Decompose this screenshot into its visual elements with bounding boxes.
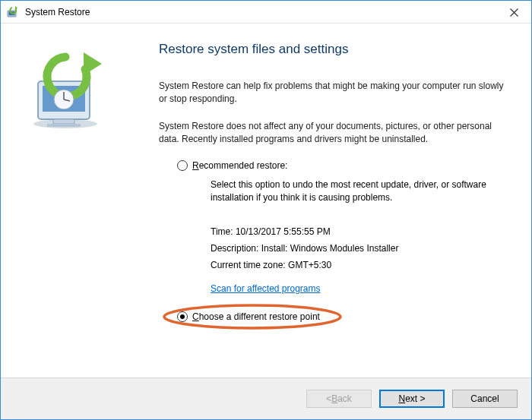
restore-details: Time: 10/13/2017 5:55:55 PM Description:… [211,224,508,297]
scan-affected-link[interactable]: Scan for affected programs [211,281,321,298]
cancel-button[interactable]: Cancel [452,390,518,408]
content-area: Restore system files and settings System… [1,24,531,377]
back-button: < Back [306,390,372,408]
main-panel: Restore system files and settings System… [136,24,531,377]
restore-hero-icon [23,45,114,136]
radio-recommended-restore[interactable]: Recommended restore: [177,160,508,171]
next-button[interactable]: Next > [379,390,445,408]
radio-icon-selected [177,311,188,322]
detail-timezone: Current time zone: GMT+5:30 [211,257,508,274]
svg-rect-6 [47,124,81,127]
intro-paragraph-2: System Restore does not affect any of yo… [159,120,508,147]
close-icon [510,8,518,17]
page-heading: Restore system files and settings [159,42,508,57]
window-title: System Restore [25,7,90,17]
options-group: Recommended restore: Select this option … [177,160,508,322]
radio-choose-label: Choose a different restore point [192,311,320,322]
close-button[interactable] [496,1,531,24]
svg-rect-5 [53,119,74,124]
sidebar [1,24,136,377]
detail-description: Description: Install: Windows Modules In… [211,241,508,257]
radio-recommended-label: Recommended restore: [192,160,287,171]
radio-icon [177,160,188,171]
app-icon [7,6,19,18]
titlebar: System Restore [1,1,531,24]
footer: < Back Next > Cancel [1,377,531,419]
intro-paragraph-1: System Restore can help fix problems tha… [159,80,508,106]
radio-choose-different[interactable]: Choose a different restore point [177,311,320,322]
recommended-desc: Select this option to undo the most rece… [211,178,508,205]
detail-time: Time: 10/13/2017 5:55:55 PM [211,224,508,241]
